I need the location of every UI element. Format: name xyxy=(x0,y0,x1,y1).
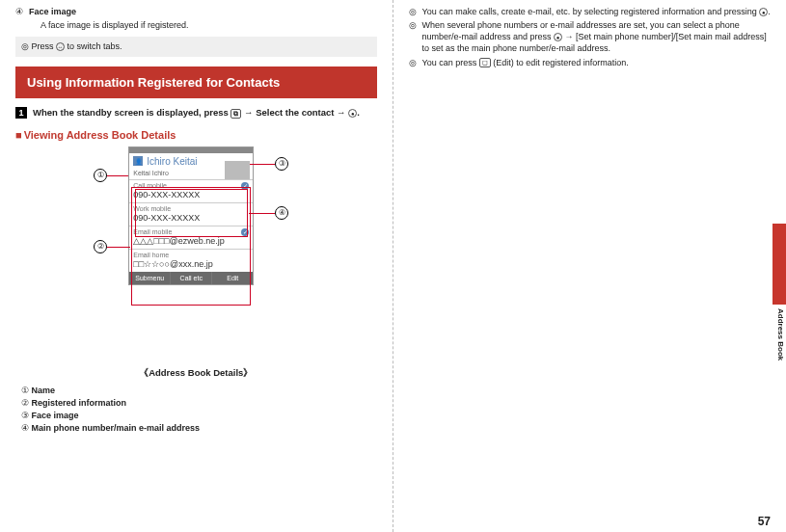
note-r3-a: You can press xyxy=(422,58,479,67)
callout-4: ④ xyxy=(275,206,288,220)
section-call-mobile: Call mobile 090-XXX-XXXXX ✓ xyxy=(129,179,253,202)
callout-1: ① xyxy=(94,169,107,182)
note-r2: ◎ When several phone numbers or e-mail a… xyxy=(409,19,772,54)
s3-label: Email mobile xyxy=(133,228,249,235)
note-r1: ◎ You can make calls, create e-mail, etc… xyxy=(409,6,772,17)
step-num-icon: 1 xyxy=(15,107,27,119)
page-number: 57 xyxy=(758,515,771,528)
section-work-mobile: Work mobile 090-XXX-XXXXX xyxy=(129,202,253,226)
legend-4: ④ Main phone number/main e-mail address xyxy=(21,423,377,433)
side-tab xyxy=(772,224,786,305)
section-banner: Using Information Registered for Contact… xyxy=(15,66,377,99)
subhead-square-icon: ■ xyxy=(15,129,22,141)
s4-value: □□☆☆○○@xxx.ne.jp xyxy=(133,258,249,269)
step-text-a: When the standby screen is displayed, pr… xyxy=(33,107,230,118)
note-r2-body: When several phone numbers or e-mail add… xyxy=(422,19,772,54)
note-r3: ◎ You can press ◻ (Edit) to edit registe… xyxy=(409,57,772,68)
item4-title: Face image xyxy=(29,6,76,17)
s4-label: Email home xyxy=(133,252,249,258)
legend-2-n: ② xyxy=(21,398,29,408)
callout-line-1 xyxy=(107,175,128,176)
section-email-mobile: Email mobile △△△□□□@ezweb.ne.jp ✓ xyxy=(129,226,253,249)
legend-3-n: ③ xyxy=(21,411,29,420)
step-text-c: . xyxy=(357,107,360,118)
note-r2-arrow: → xyxy=(562,32,576,41)
face-image-thumb xyxy=(225,161,250,180)
note-r1-b: . xyxy=(768,7,771,16)
legend-2: ② Registered information xyxy=(21,398,377,408)
note-r3-b: (Edit) to edit registered information. xyxy=(491,58,629,67)
item4-desc: A face image is displayed if registered. xyxy=(41,19,377,31)
note-r2-sym: ◎ xyxy=(409,19,422,31)
check-icon: ✓ xyxy=(241,228,249,236)
side-section-label: Address Book xyxy=(776,308,785,360)
legend-3-t: Face image xyxy=(32,411,79,420)
note-text-b: to switch tabs. xyxy=(65,41,122,51)
subhead-viewing: ■Viewing Address Book Details xyxy=(15,129,377,141)
key-center-icon: ● xyxy=(348,109,357,118)
key-lr-icon: ↔ xyxy=(56,42,65,51)
check-icon: ✓ xyxy=(241,182,249,190)
s1-value: 090-XXX-XXXXX xyxy=(133,189,249,200)
figure-caption: 《Address Book Details》 xyxy=(15,367,377,380)
s1-label: Call mobile xyxy=(133,182,249,189)
section-email-home: Email home □□☆☆○○@xxx.ne.jp xyxy=(129,249,253,272)
contact-name: Ichiro Keitai xyxy=(147,156,197,167)
key-center-icon: ● xyxy=(759,8,768,16)
note-r1-body: You can make calls, create e-mail, etc. … xyxy=(422,6,771,17)
key-app-icon: ◻ xyxy=(479,58,491,67)
callout-2: ② xyxy=(94,240,107,253)
step-1: 1 When the standby screen is displayed, … xyxy=(15,106,377,119)
legend-1-t: Name xyxy=(32,386,56,395)
legend-4-n: ④ xyxy=(21,423,29,433)
s2-value: 090-XXX-XXXXX xyxy=(133,212,249,223)
subhead-text: Viewing Address Book Details xyxy=(24,129,176,141)
note-r1-sym: ◎ xyxy=(409,6,422,17)
callout-line-2 xyxy=(107,247,130,248)
step-text: When the standby screen is displayed, pr… xyxy=(33,106,360,119)
legend-4-t: Main phone number/main e-mail address xyxy=(32,423,201,433)
note-sym: ◎ xyxy=(21,41,29,51)
phone-illustration: 👤 Ichiro Keitai Keitai Ichiro Call mobil… xyxy=(51,146,340,363)
key-center-icon: ● xyxy=(554,33,562,41)
note-r3-body: You can press ◻ (Edit) to edit registere… xyxy=(422,57,629,68)
softkey-bar: Submenu Call etc Edit xyxy=(129,272,253,284)
s3-value: △△△□□□@ezweb.ne.jp xyxy=(133,235,249,246)
legend-1-n: ① xyxy=(21,386,29,395)
phone-screen: 👤 Ichiro Keitai Keitai Ichiro Call mobil… xyxy=(128,146,254,285)
item-face-image: ④ Face image xyxy=(15,6,377,17)
right-column: ◎ You can make calls, create e-mail, etc… xyxy=(393,0,787,532)
callout-line-4 xyxy=(249,213,275,214)
step-text-b: Select the contact → xyxy=(256,107,348,118)
key-addressbook-icon: ⧉ xyxy=(230,109,241,119)
callout-line-3 xyxy=(250,164,275,165)
legend-3: ③ Face image xyxy=(21,411,377,420)
note-switch-tabs: ◎ Press ↔ to switch tabs. xyxy=(15,37,377,57)
legend-2-t: Registered information xyxy=(32,398,127,408)
note-text-a: Press xyxy=(32,41,57,51)
note-r1-a: You can make calls, create e-mail, etc. … xyxy=(422,7,760,16)
softkey-submenu: Submenu xyxy=(129,272,170,284)
softkey-edit: Edit xyxy=(211,272,253,284)
s2-label: Work mobile xyxy=(133,205,249,212)
note-r3-sym: ◎ xyxy=(409,57,422,68)
softkey-call: Call etc xyxy=(170,272,211,284)
item4-num: ④ xyxy=(15,6,29,17)
avatar-icon: 👤 xyxy=(133,156,143,166)
left-column: ④ Face image A face image is displayed i… xyxy=(0,0,393,532)
step-arrow: → xyxy=(241,107,256,118)
callout-3: ③ xyxy=(275,157,288,171)
legend-1: ① Name xyxy=(21,386,377,395)
